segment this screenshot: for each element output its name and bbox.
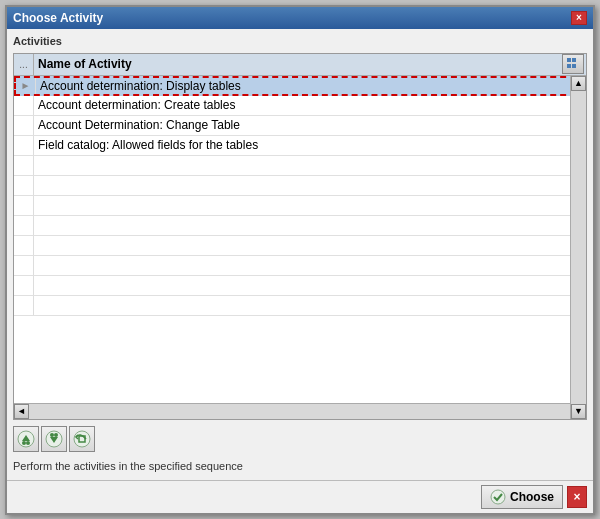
svg-rect-2 <box>567 64 571 68</box>
hscroll-track[interactable] <box>29 404 571 419</box>
table-header: ... Name of Activity <box>14 54 586 76</box>
row-indicator <box>14 296 34 315</box>
toolbar-btn-1[interactable] <box>13 426 39 452</box>
table-body[interactable]: ►Account determination: Display tablesAc… <box>14 76 586 403</box>
table-row[interactable]: Field catalog: Allowed fields for the ta… <box>14 136 586 156</box>
row-activity-name: Account Determination: Change Table <box>34 118 586 132</box>
title-bar: Choose Activity × <box>7 7 593 29</box>
svg-point-8 <box>50 433 54 437</box>
row-indicator <box>14 216 34 235</box>
row-indicator <box>14 156 34 175</box>
row-indicator <box>14 176 34 195</box>
table-row[interactable]: Account Determination: Change Table <box>14 116 586 136</box>
col-dots-header: ... <box>14 54 34 75</box>
table-row[interactable] <box>14 156 586 176</box>
row-indicator <box>14 116 34 135</box>
choose-activity-dialog: Choose Activity × Activities ... Name of… <box>5 5 595 515</box>
section-label: Activities <box>13 35 587 47</box>
vertical-scrollbar[interactable]: ▲ ▼ <box>570 76 586 419</box>
row-indicator <box>14 136 34 155</box>
move-up-icon <box>17 430 35 448</box>
svg-rect-0 <box>567 58 571 62</box>
scroll-left-button[interactable]: ◄ <box>14 404 29 419</box>
choose-icon <box>490 489 506 505</box>
table-row[interactable] <box>14 236 586 256</box>
toolbar-btn-2[interactable] <box>41 426 67 452</box>
table-row[interactable] <box>14 176 586 196</box>
svg-rect-3 <box>572 64 576 68</box>
scroll-track[interactable] <box>571 91 586 404</box>
table-row[interactable]: Account determination: Create tables <box>14 96 586 116</box>
scroll-down-button[interactable]: ▼ <box>571 404 586 419</box>
svg-point-9 <box>54 433 58 437</box>
table-row[interactable]: ►Account determination: Display tables <box>14 76 586 96</box>
svg-point-6 <box>26 441 30 445</box>
row-activity-name: Field catalog: Allowed fields for the ta… <box>34 138 586 152</box>
svg-point-11 <box>491 490 505 504</box>
row-indicator <box>14 236 34 255</box>
row-indicator <box>14 96 34 115</box>
row-indicator <box>14 196 34 215</box>
dialog-footer: Choose × <box>7 480 593 513</box>
row-activity-name: Account determination: Display tables <box>36 79 584 93</box>
column-config-button[interactable] <box>562 54 584 74</box>
title-bar-close-button[interactable]: × <box>571 11 587 25</box>
row-activity-name: Account determination: Create tables <box>34 98 586 112</box>
move-down-icon <box>45 430 63 448</box>
dialog-title: Choose Activity <box>13 11 103 25</box>
grid-icon <box>566 57 580 71</box>
choose-button[interactable]: Choose <box>481 485 563 509</box>
reset-icon <box>73 430 91 448</box>
table-row[interactable] <box>14 296 586 316</box>
svg-point-10 <box>74 431 90 447</box>
cancel-button[interactable]: × <box>567 486 587 508</box>
row-indicator <box>14 276 34 295</box>
dialog-body: Activities ... Name of Activity <box>7 29 593 480</box>
horizontal-scrollbar[interactable]: ◄ ► <box>14 403 586 419</box>
row-indicator <box>14 256 34 275</box>
status-text: Perform the activities in the specified … <box>13 458 587 474</box>
svg-rect-1 <box>572 58 576 62</box>
activities-table-container: ... Name of Activity ►Account determinat… <box>13 53 587 420</box>
toolbar-btn-3[interactable] <box>69 426 95 452</box>
toolbar <box>13 424 587 454</box>
svg-point-5 <box>22 441 26 445</box>
table-row[interactable] <box>14 276 586 296</box>
table-row[interactable] <box>14 216 586 236</box>
table-row[interactable] <box>14 256 586 276</box>
scroll-up-button[interactable]: ▲ <box>571 76 586 91</box>
col-name-header: Name of Activity <box>34 57 562 71</box>
table-row[interactable] <box>14 196 586 216</box>
row-indicator: ► <box>16 78 36 94</box>
